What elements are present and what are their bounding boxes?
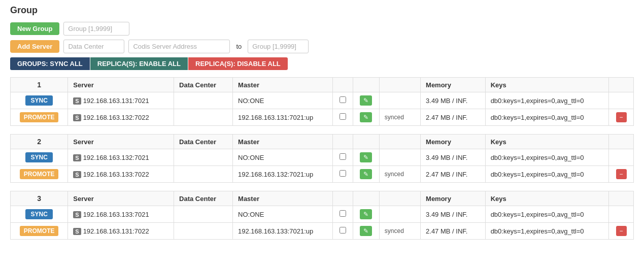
col-header-6: Memory	[421, 135, 486, 149]
col-header-7: Keys	[485, 191, 609, 206]
edit-button[interactable]: ✎	[360, 95, 372, 106]
action-bar: GROUPS: SYNC ALL REPLICA(S): ENABLE ALL …	[10, 57, 634, 70]
row-checkbox[interactable]	[340, 153, 346, 160]
synced-cell	[379, 92, 420, 109]
col-header-3	[333, 135, 353, 149]
col-header-1: Data Center	[174, 191, 233, 206]
col-header-4	[353, 191, 379, 206]
to-label: to	[236, 43, 242, 50]
memory-cell: 3.49 MB / INF.	[421, 206, 486, 223]
row-checkbox[interactable]	[340, 96, 346, 103]
new-group-button[interactable]: New Group	[10, 22, 59, 35]
server-badge: S	[73, 97, 81, 105]
group-table-1: 1ServerData CenterMasterMemoryKeysSYNCS1…	[10, 77, 634, 126]
codis-server-input[interactable]	[128, 40, 230, 53]
group-section-2: 2ServerData CenterMasterMemoryKeysSYNCS1…	[10, 134, 634, 183]
keys-cell: db0:keys=1,expires=0,avg_ttl=0	[485, 92, 609, 109]
group-id-2: 2	[11, 135, 68, 149]
col-header-6: Memory	[421, 78, 486, 92]
col-header-0: Server	[68, 191, 174, 206]
delete-button[interactable]: −	[616, 112, 627, 122]
memory-cell: 2.47 MB / INF.	[421, 223, 486, 240]
synced-cell: synced	[379, 223, 420, 240]
col-header-4	[353, 135, 379, 149]
delete-button[interactable]: −	[616, 226, 627, 236]
edit-button[interactable]: ✎	[360, 226, 372, 236]
row-checkbox[interactable]	[340, 113, 346, 120]
col-header-1: Data Center	[174, 135, 233, 149]
synced-cell	[379, 149, 420, 166]
page-title: Group	[10, 5, 634, 16]
sync-button[interactable]: SYNC	[25, 209, 52, 219]
col-header-7: Keys	[485, 135, 609, 149]
col-header-0: Server	[68, 135, 174, 149]
server-cell: S192.168.163.133:7021	[68, 206, 174, 223]
master-cell: NO:ONE	[233, 92, 333, 109]
row-checkbox[interactable]	[340, 227, 346, 233]
col-header-1: Data Center	[174, 78, 233, 92]
col-header-2: Master	[233, 135, 333, 149]
replica-disable-button[interactable]: REPLICA(S): DISABLE ALL	[188, 57, 288, 70]
server-badge: S	[73, 114, 81, 121]
sync-all-button[interactable]: GROUPS: SYNC ALL	[10, 57, 90, 70]
col-header-2: Master	[233, 191, 333, 206]
replica-enable-button[interactable]: REPLICA(S): ENABLE ALL	[90, 57, 188, 70]
toolbar: New Group	[10, 22, 634, 36]
master-cell: 192.168.163.131:7021:up	[233, 109, 333, 126]
promote-button[interactable]: PROMOTE	[20, 169, 59, 179]
col-header-0: Server	[68, 78, 174, 92]
row-checkbox[interactable]	[340, 210, 346, 217]
server-cell: S192.168.163.131:7021	[68, 92, 174, 109]
dc-cell	[174, 109, 233, 126]
memory-cell: 3.49 MB / INF.	[421, 149, 486, 166]
group-to-input[interactable]	[248, 40, 309, 53]
server-cell: S192.168.163.132:7021	[68, 149, 174, 166]
col-header-3	[333, 191, 353, 206]
memory-cell: 3.49 MB / INF.	[421, 92, 486, 109]
table-row: SYNCS192.168.163.131:7021NO:ONE✎3.49 MB …	[11, 92, 634, 109]
edit-button[interactable]: ✎	[360, 112, 372, 122]
row-checkbox[interactable]	[340, 170, 346, 177]
table-row: PROMOTES192.168.163.132:7022192.168.163.…	[11, 109, 634, 126]
memory-cell: 2.47 MB / INF.	[421, 109, 486, 126]
col-header-8	[609, 78, 634, 92]
edit-button[interactable]: ✎	[360, 152, 372, 162]
data-center-input[interactable]	[63, 40, 124, 53]
new-group-input[interactable]	[63, 22, 129, 36]
groups-container: 1ServerData CenterMasterMemoryKeysSYNCS1…	[10, 77, 634, 240]
server-cell: S192.168.163.132:7022	[68, 109, 174, 126]
col-header-7: Keys	[485, 78, 609, 92]
server-cell: S192.168.163.133:7022	[68, 166, 174, 183]
keys-cell: db0:keys=1,expires=0,avg_ttl=0	[485, 206, 609, 223]
promote-button[interactable]: PROMOTE	[20, 112, 59, 122]
synced-cell	[379, 206, 420, 223]
sync-button[interactable]: SYNC	[25, 152, 52, 162]
col-header-5	[379, 191, 420, 206]
master-cell: NO:ONE	[233, 206, 333, 223]
edit-button[interactable]: ✎	[360, 169, 372, 179]
add-server-toolbar: Add Server to	[10, 40, 634, 53]
col-header-5	[379, 135, 420, 149]
delete-button[interactable]: −	[616, 169, 627, 179]
col-header-8	[609, 191, 634, 206]
memory-cell: 2.47 MB / INF.	[421, 166, 486, 183]
edit-button[interactable]: ✎	[360, 209, 372, 219]
keys-cell: db0:keys=1,expires=0,avg_ttl=0	[485, 109, 609, 126]
server-badge: S	[73, 211, 81, 218]
table-row: SYNCS192.168.163.133:7021NO:ONE✎3.49 MB …	[11, 206, 634, 223]
server-badge: S	[73, 228, 81, 235]
dc-cell	[174, 149, 233, 166]
synced-cell: synced	[379, 109, 420, 126]
server-badge: S	[73, 154, 81, 161]
sync-button[interactable]: SYNC	[25, 95, 52, 106]
master-cell: 192.168.163.133:7021:up	[233, 223, 333, 240]
group-table-2: 2ServerData CenterMasterMemoryKeysSYNCS1…	[10, 134, 634, 183]
server-badge: S	[73, 171, 81, 178]
promote-button[interactable]: PROMOTE	[20, 226, 59, 236]
col-header-6: Memory	[421, 191, 486, 206]
add-server-button[interactable]: Add Server	[10, 40, 59, 53]
keys-cell: db0:keys=1,expires=0,avg_ttl=0	[485, 223, 609, 240]
keys-cell: db0:keys=1,expires=0,avg_ttl=0	[485, 149, 609, 166]
master-cell: 192.168.163.132:7021:up	[233, 166, 333, 183]
group-id-1: 1	[11, 78, 68, 92]
